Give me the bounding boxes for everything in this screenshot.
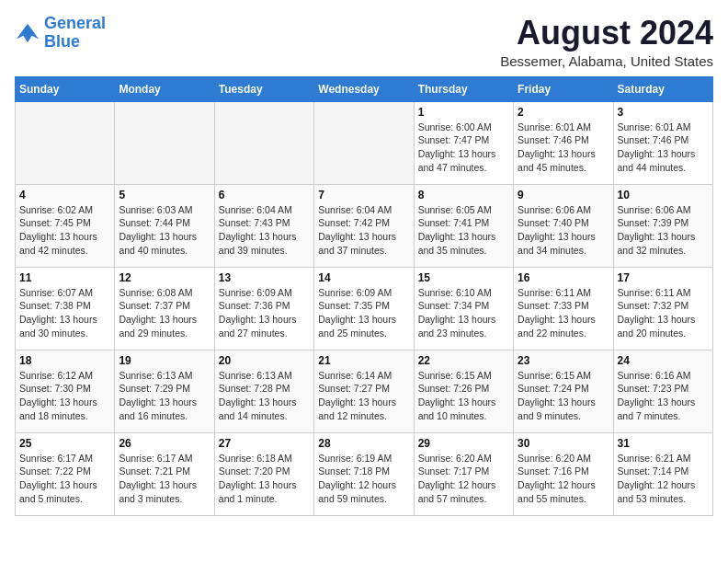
day-info: Sunrise: 6:20 AM Sunset: 7:17 PM Dayligh… [418,452,509,506]
day-number: 11 [19,271,110,284]
day-number: 27 [219,437,310,450]
weekday-header-saturday: Saturday [613,76,712,101]
day-number: 30 [518,437,609,450]
day-info: Sunrise: 6:01 AM Sunset: 7:46 PM Dayligh… [618,121,709,175]
page-header: General Blue August 2024 Bessemer, Alaba… [15,15,713,69]
day-info: Sunrise: 6:11 AM Sunset: 7:33 PM Dayligh… [518,286,609,340]
calendar-cell: 9Sunrise: 6:06 AM Sunset: 7:40 PM Daylig… [514,184,613,267]
calendar-cell: 15Sunrise: 6:10 AM Sunset: 7:34 PM Dayli… [414,267,513,350]
calendar-body: 1Sunrise: 6:00 AM Sunset: 7:47 PM Daylig… [16,101,713,515]
calendar-cell: 31Sunrise: 6:21 AM Sunset: 7:14 PM Dayli… [613,432,712,515]
day-info: Sunrise: 6:08 AM Sunset: 7:37 PM Dayligh… [119,286,210,340]
day-info: Sunrise: 6:10 AM Sunset: 7:34 PM Dayligh… [418,286,509,340]
calendar-cell [214,101,313,184]
weekday-header-monday: Monday [115,76,214,101]
day-number: 1 [418,106,509,119]
day-info: Sunrise: 6:19 AM Sunset: 7:18 PM Dayligh… [318,452,409,506]
day-number: 6 [219,189,310,201]
day-info: Sunrise: 6:16 AM Sunset: 7:23 PM Dayligh… [618,369,709,423]
day-number: 2 [518,106,609,119]
day-number: 5 [119,189,210,201]
calendar-table: SundayMondayTuesdayWednesdayThursdayFrid… [15,76,713,516]
calendar-cell: 26Sunrise: 6:17 AM Sunset: 7:21 PM Dayli… [115,432,214,515]
svg-marker-0 [17,24,39,43]
day-info: Sunrise: 6:02 AM Sunset: 7:45 PM Dayligh… [19,203,110,258]
calendar-week-row: 1Sunrise: 6:00 AM Sunset: 7:47 PM Daylig… [16,101,713,184]
day-info: Sunrise: 6:13 AM Sunset: 7:28 PM Dayligh… [219,369,310,423]
calendar-cell: 1Sunrise: 6:00 AM Sunset: 7:47 PM Daylig… [414,101,513,184]
main-title: August 2024 [500,15,713,52]
day-number: 9 [518,189,609,201]
day-number: 31 [618,437,709,450]
calendar-cell [16,101,115,184]
day-info: Sunrise: 6:06 AM Sunset: 7:39 PM Dayligh… [618,203,709,258]
day-number: 12 [119,271,210,284]
title-block: August 2024 Bessemer, Alabama, United St… [500,15,713,69]
weekday-header-thursday: Thursday [414,76,513,101]
day-info: Sunrise: 6:15 AM Sunset: 7:26 PM Dayligh… [418,369,509,423]
calendar-cell: 10Sunrise: 6:06 AM Sunset: 7:39 PM Dayli… [613,184,712,267]
calendar-cell: 4Sunrise: 6:02 AM Sunset: 7:45 PM Daylig… [16,184,115,267]
day-info: Sunrise: 6:09 AM Sunset: 7:35 PM Dayligh… [318,286,409,340]
day-number: 22 [418,354,509,367]
day-number: 25 [19,437,110,450]
day-info: Sunrise: 6:00 AM Sunset: 7:47 PM Dayligh… [418,121,509,175]
calendar-cell: 7Sunrise: 6:04 AM Sunset: 7:42 PM Daylig… [314,184,414,267]
day-number: 15 [418,271,509,284]
calendar-week-row: 4Sunrise: 6:02 AM Sunset: 7:45 PM Daylig… [16,184,713,267]
day-info: Sunrise: 6:18 AM Sunset: 7:20 PM Dayligh… [219,452,310,506]
day-info: Sunrise: 6:17 AM Sunset: 7:21 PM Dayligh… [119,452,210,506]
logo-text: General Blue [44,15,106,52]
logo-icon [15,20,40,46]
calendar-week-row: 11Sunrise: 6:07 AM Sunset: 7:38 PM Dayli… [16,267,713,350]
day-number: 14 [318,271,409,284]
day-number: 4 [19,189,110,201]
calendar-header: SundayMondayTuesdayWednesdayThursdayFrid… [16,76,713,101]
day-info: Sunrise: 6:01 AM Sunset: 7:46 PM Dayligh… [518,121,609,175]
weekday-header-wednesday: Wednesday [314,76,414,101]
day-number: 26 [119,437,210,450]
day-number: 28 [318,437,409,450]
day-info: Sunrise: 6:07 AM Sunset: 7:38 PM Dayligh… [19,286,110,340]
subtitle: Bessemer, Alabama, United States [500,53,713,69]
calendar-cell: 23Sunrise: 6:15 AM Sunset: 7:24 PM Dayli… [514,350,613,432]
calendar-cell: 28Sunrise: 6:19 AM Sunset: 7:18 PM Dayli… [314,432,414,515]
day-info: Sunrise: 6:04 AM Sunset: 7:42 PM Dayligh… [318,203,409,258]
day-number: 7 [318,189,409,201]
weekday-header-sunday: Sunday [16,76,115,101]
day-info: Sunrise: 6:13 AM Sunset: 7:29 PM Dayligh… [119,369,210,423]
day-number: 8 [418,189,509,201]
calendar-cell [314,101,414,184]
day-number: 3 [618,106,709,119]
weekday-header-tuesday: Tuesday [214,76,313,101]
calendar-cell: 22Sunrise: 6:15 AM Sunset: 7:26 PM Dayli… [414,350,513,432]
calendar-cell: 3Sunrise: 6:01 AM Sunset: 7:46 PM Daylig… [613,101,712,184]
day-number: 17 [618,271,709,284]
calendar-cell: 5Sunrise: 6:03 AM Sunset: 7:44 PM Daylig… [115,184,214,267]
calendar-cell: 21Sunrise: 6:14 AM Sunset: 7:27 PM Dayli… [314,350,414,432]
calendar-cell: 30Sunrise: 6:20 AM Sunset: 7:16 PM Dayli… [514,432,613,515]
day-number: 16 [518,271,609,284]
day-info: Sunrise: 6:15 AM Sunset: 7:24 PM Dayligh… [518,369,609,423]
calendar-cell: 19Sunrise: 6:13 AM Sunset: 7:29 PM Dayli… [115,350,214,432]
calendar-cell: 6Sunrise: 6:04 AM Sunset: 7:43 PM Daylig… [214,184,313,267]
calendar-cell: 13Sunrise: 6:09 AM Sunset: 7:36 PM Dayli… [214,267,313,350]
day-info: Sunrise: 6:11 AM Sunset: 7:32 PM Dayligh… [618,286,709,340]
day-number: 18 [19,354,110,367]
day-number: 23 [518,354,609,367]
calendar-cell: 12Sunrise: 6:08 AM Sunset: 7:37 PM Dayli… [115,267,214,350]
weekday-header-row: SundayMondayTuesdayWednesdayThursdayFrid… [16,76,713,101]
day-info: Sunrise: 6:03 AM Sunset: 7:44 PM Dayligh… [119,203,210,258]
day-number: 13 [219,271,310,284]
day-info: Sunrise: 6:17 AM Sunset: 7:22 PM Dayligh… [19,452,110,506]
day-number: 21 [318,354,409,367]
calendar-cell [115,101,214,184]
calendar-cell: 17Sunrise: 6:11 AM Sunset: 7:32 PM Dayli… [613,267,712,350]
calendar-cell: 8Sunrise: 6:05 AM Sunset: 7:41 PM Daylig… [414,184,513,267]
calendar-cell: 18Sunrise: 6:12 AM Sunset: 7:30 PM Dayli… [16,350,115,432]
calendar-cell: 27Sunrise: 6:18 AM Sunset: 7:20 PM Dayli… [214,432,313,515]
day-info: Sunrise: 6:09 AM Sunset: 7:36 PM Dayligh… [219,286,310,340]
day-info: Sunrise: 6:20 AM Sunset: 7:16 PM Dayligh… [518,452,609,506]
calendar-cell: 11Sunrise: 6:07 AM Sunset: 7:38 PM Dayli… [16,267,115,350]
day-number: 29 [418,437,509,450]
